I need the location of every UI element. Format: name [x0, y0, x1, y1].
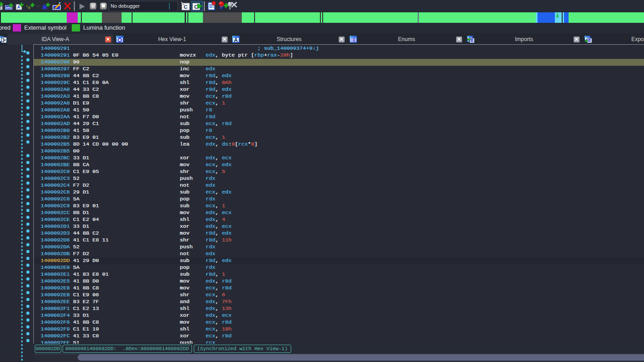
svg-text:C: C [194, 4, 198, 10]
